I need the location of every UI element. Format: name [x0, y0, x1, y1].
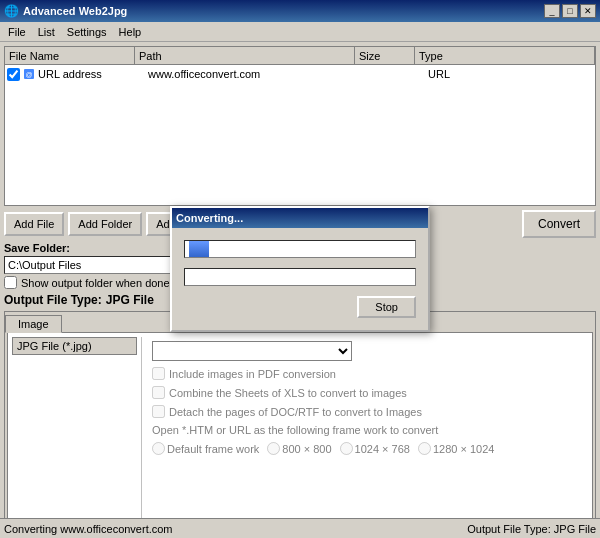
stop-button[interactable]: Stop	[357, 296, 416, 318]
converting-dialog: Converting... Stop	[170, 206, 430, 332]
dialog-title: Converting...	[176, 212, 243, 224]
progress-bar-container	[184, 240, 416, 258]
dialog-overlay: Converting... Stop	[0, 0, 600, 538]
dialog-title-bar: Converting...	[172, 208, 428, 228]
progress-bar	[189, 241, 209, 257]
progress-secondary	[184, 268, 416, 286]
dialog-body: Stop	[172, 228, 428, 330]
stop-btn-row: Stop	[184, 296, 416, 318]
